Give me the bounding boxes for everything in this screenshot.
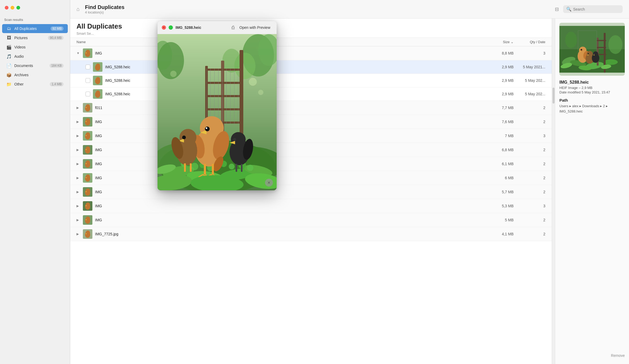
sidebar-label-videos: Videos — [14, 45, 64, 49]
sidebar-item-archives[interactable]: 📦Archives — [2, 70, 68, 79]
list-item[interactable]: IMG_5288.heic2,9 MB5 May 2021... — [70, 60, 552, 74]
table-row[interactable]: ▶IMG7 MB3 — [70, 129, 552, 143]
popup-verify-button[interactable] — [169, 25, 173, 30]
sidebar-label-all-duplicates: All Duplicates — [14, 26, 51, 31]
detail-date: Date modified 5 May 2021, 15:47 — [559, 90, 625, 94]
row-checkbox[interactable] — [86, 78, 90, 83]
sidebar-label-archives: Archives — [14, 73, 64, 77]
table-row[interactable]: ▶IMG6,1 MB2 — [70, 157, 552, 171]
file-size: 6,8 MB — [487, 148, 514, 152]
svg-rect-133 — [204, 164, 206, 174]
file-size: 7 MB — [487, 134, 514, 138]
maximize-button[interactable] — [16, 6, 20, 10]
sidebar-item-audio[interactable]: 🎵Audio — [2, 52, 68, 61]
svg-point-158 — [249, 78, 257, 86]
table-row[interactable]: ▶IMG5 MB2 — [70, 213, 552, 227]
col-name-header: Name — [77, 40, 487, 44]
table-row[interactable]: ▶IMG5,3 MB3 — [70, 199, 552, 213]
layout-button[interactable]: ⊟ — [554, 5, 560, 13]
file-size: 4,1 MB — [487, 232, 514, 236]
popup-image-close-button[interactable]: ✕ — [265, 179, 273, 187]
content-area: All Duplicates Smart Se... Name Size ⌄ Q… — [70, 19, 629, 364]
chevron-icon: ▶ — [77, 176, 81, 180]
col-qty-header: Qty / Date — [514, 40, 545, 44]
list-item[interactable]: IMG_5288.heic2,9 MB5 May 202... — [70, 74, 552, 87]
search-box: 🔍 — [563, 5, 623, 13]
chevron-icon: ▶ — [77, 218, 81, 222]
scrollbar-thumb[interactable] — [552, 88, 555, 104]
close-button[interactable] — [5, 6, 8, 10]
table-body[interactable]: ▼IMG8,8 MB3IMG_5288.heic2,9 MB5 May 2021… — [70, 46, 552, 364]
file-panel: All Duplicates Smart Se... Name Size ⌄ Q… — [70, 19, 552, 364]
detail-image — [559, 23, 625, 76]
file-size: 2,9 MB — [487, 65, 514, 69]
popup-share-button[interactable]: ⎙ — [232, 25, 235, 30]
toolbar: ⌂ Find Duplicates 4 location(s) ⊟ 🔍 — [70, 0, 629, 19]
file-qty: 2 — [514, 162, 545, 166]
minimize-button[interactable] — [11, 6, 14, 10]
svg-point-83 — [565, 32, 577, 48]
toolbar-right: ⊟ 🔍 — [554, 5, 623, 13]
sidebar-item-pictures[interactable]: 🖼Pictures90,4 MB — [2, 33, 68, 42]
table-row[interactable]: ▶IMG6 MB2 — [70, 171, 552, 185]
svg-point-124 — [247, 165, 253, 171]
row-checkbox[interactable] — [86, 92, 90, 96]
sidebar-badge-documents: 184 KB — [50, 64, 64, 68]
toolbar-subtitle: 4 location(s) — [85, 10, 554, 14]
file-thumbnail — [83, 131, 92, 141]
remove-button[interactable]: Remove — [611, 351, 625, 360]
file-thumbnail — [83, 187, 92, 197]
table-row[interactable]: ▶f0117,7 MB2 — [70, 101, 552, 115]
other-icon: 📁 — [6, 82, 12, 87]
file-thumbnail — [83, 229, 92, 239]
sidebar-label-documents: Documents — [14, 64, 50, 68]
file-name: IMG — [95, 51, 487, 55]
svg-point-122 — [229, 164, 235, 169]
svg-point-9 — [96, 77, 100, 81]
sidebar-item-documents[interactable]: 📄Documents184 KB — [2, 61, 68, 70]
popup-close-button[interactable]: ✕ — [162, 25, 166, 30]
file-name: IMG — [95, 148, 487, 152]
svg-point-58 — [604, 59, 618, 65]
detail-path-label: Path — [559, 98, 625, 102]
file-thumbnail — [83, 48, 92, 58]
chevron-icon: ▶ — [77, 190, 81, 194]
file-qty: 2 — [514, 232, 545, 236]
sidebar-item-all-duplicates[interactable]: 🗂All Duplicates92 MB — [2, 24, 68, 33]
table-row[interactable]: ▶IMG6,8 MB2 — [70, 143, 552, 157]
sidebar-label-other: Other — [14, 82, 50, 86]
file-qty: 2 — [514, 148, 545, 152]
documents-icon: 📄 — [6, 63, 12, 68]
svg-point-74 — [588, 53, 589, 54]
svg-rect-62 — [597, 47, 606, 48]
col-size-header[interactable]: Size ⌄ — [487, 40, 514, 44]
popup-open-preview-button[interactable]: Open with Preview — [237, 24, 272, 31]
row-checkbox[interactable] — [86, 65, 90, 69]
file-size: 7,6 MB — [487, 120, 514, 124]
svg-rect-154 — [241, 164, 242, 172]
file-name: IMG — [95, 120, 487, 124]
file-size: 5 MB — [487, 218, 514, 222]
svg-rect-146 — [184, 163, 186, 172]
svg-point-151 — [233, 138, 236, 141]
videos-icon: 🎬 — [6, 44, 12, 50]
svg-point-128 — [205, 127, 210, 131]
image-popup[interactable]: ✕ IMG_5288.heic ⎙ Open with Preview — [158, 21, 277, 190]
file-size: 5,7 MB — [487, 190, 514, 194]
table-row[interactable]: ▼IMG8,8 MB3 — [70, 46, 552, 60]
file-name: IMG — [95, 134, 487, 138]
search-input[interactable] — [573, 7, 619, 11]
file-thumbnail — [83, 215, 92, 225]
list-item[interactable]: IMG_5288.heic2,9 MB5 May 202... — [70, 87, 552, 101]
sidebar-item-videos[interactable]: 🎬Videos — [2, 43, 68, 52]
popup-header: ✕ IMG_5288.heic ⎙ Open with Preview — [158, 21, 277, 34]
home-icon[interactable]: ⌂ — [77, 6, 80, 12]
table-row[interactable]: ▶IMG_7725.jpg4,1 MB2 — [70, 227, 552, 241]
table-row[interactable]: ▶IMG5,7 MB2 — [70, 185, 552, 199]
sidebar-item-other[interactable]: 📁Other1,4 MB — [2, 80, 68, 89]
table-row[interactable]: ▶IMG7,6 MB2 — [70, 115, 552, 129]
detail-type: HEIF Image – 2,9 MB — [559, 86, 625, 90]
file-date: 5 May 202... — [514, 78, 545, 83]
file-thumbnail — [83, 117, 92, 127]
toolbar-title-area: Find Duplicates 4 location(s) — [85, 4, 554, 14]
